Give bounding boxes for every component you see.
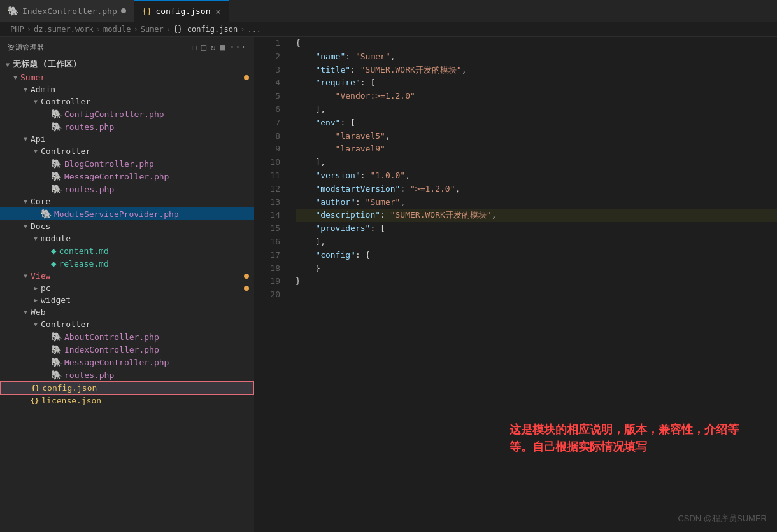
token: : (370, 223, 380, 233)
line-number-20: 20 (255, 288, 280, 302)
php-file-icon: 🐘 (51, 109, 62, 119)
line-number-15: 15 (255, 222, 280, 235)
sidebar-item-sumer[interactable]: ▼Sumer (0, 71, 254, 83)
line-number-2: 2 (255, 50, 280, 64)
line-number-11: 11 (255, 169, 280, 183)
tab-label: IndexController.php (22, 6, 117, 16)
token: , (462, 65, 467, 74)
sidebar-item-content-md[interactable]: ◆content.md (0, 244, 254, 257)
sidebar-item-pc[interactable]: ▶pc (0, 282, 254, 294)
refresh-icon[interactable]: ↻ (210, 42, 216, 52)
token: "SUMER.WORK开发的模块" (390, 210, 492, 220)
sidebar-item-controller-api[interactable]: ▼Controller (0, 145, 254, 157)
tab-close-button[interactable]: ✕ (215, 6, 220, 17)
php-file-icon: 🐘 (51, 332, 62, 342)
sidebar-item-admin[interactable]: ▼Admin (0, 83, 254, 95)
line-number-7: 7 (255, 116, 280, 130)
tree-item-label: Controller (41, 146, 90, 156)
token: "providers" (296, 223, 370, 233)
annotation-line1: 这是模块的相应说明，版本，兼容性，介绍等 (510, 423, 739, 436)
token: : (380, 210, 390, 220)
token: "author" (296, 197, 355, 207)
sidebar-item-configcontroller[interactable]: 🐘ConfigController.php (0, 108, 254, 120)
new-file-icon[interactable]: ◻ (191, 42, 197, 52)
tree-item-label: Sumer (20, 73, 45, 82)
sidebar-item-docs-module[interactable]: ▼module (0, 232, 254, 244)
new-folder-icon[interactable]: □ (201, 42, 206, 52)
tree-item-label: View (31, 271, 50, 281)
tree-item-label: Admin (31, 85, 55, 94)
tab-bar: 🐘 IndexController.php {} config.json ✕ (0, 0, 777, 22)
sidebar-item-api[interactable]: ▼Api (0, 133, 254, 145)
code-line-4: "require": [ (296, 76, 777, 90)
tree-item-label: module (41, 234, 71, 243)
watermark-text: CSDN @程序员SUMER (678, 514, 767, 523)
sidebar-item-release-md[interactable]: ◆release.md (0, 257, 254, 270)
json-file-icon: {} (31, 384, 39, 392)
token: "env" (296, 118, 340, 127)
annotation-overlay: 这是模块的相应说明，版本，兼容性，介绍等 等。自己根据实际情况填写 (510, 421, 739, 456)
sidebar-item-messagecontroller-web[interactable]: 🐘MessageController.php (0, 356, 254, 368)
php-file-icon: 🐘 (51, 158, 62, 169)
code-line-7: "env": [ (296, 116, 777, 130)
tab-config-json[interactable]: {} config.json ✕ (134, 0, 229, 22)
token: { (366, 250, 371, 260)
sidebar-item-messagecontroller[interactable]: 🐘MessageController.php (0, 170, 254, 183)
code-area[interactable]: { "name": "Sumer", "title": "SUMER.WORK开… (285, 37, 777, 532)
modified-dot (244, 274, 249, 279)
tab-label: config.json (155, 6, 210, 16)
sidebar-item-blogcontroller[interactable]: 🐘BlogController.php (0, 157, 254, 170)
code-line-1: { (296, 37, 777, 50)
sidebar-tree: ▼Sumer▼Admin▼Controller🐘ConfigController… (0, 71, 254, 532)
chevron-icon: ▼ (20, 86, 31, 93)
sidebar-item-controller-admin[interactable]: ▼Controller (0, 95, 254, 108)
sidebar-title: 资源管理器 (8, 43, 45, 52)
routes-file-icon: 🐘 (51, 122, 62, 132)
workspace-label[interactable]: ▼ 无标题 (工作区) (0, 57, 254, 71)
sidebar-item-web[interactable]: ▼Web (0, 306, 254, 318)
code-line-17: "config": { (296, 249, 777, 262)
sidebar-item-controller-web[interactable]: ▼Controller (0, 318, 254, 330)
code-line-18: } (296, 262, 777, 276)
sidebar-item-docs[interactable]: ▼Docs (0, 220, 254, 232)
chevron-icon: ▼ (20, 223, 31, 230)
sidebar-item-routes-admin[interactable]: 🐘routes.php (0, 120, 254, 133)
token: ] (296, 237, 320, 246)
sidebar-item-widget[interactable]: ▶widget (0, 294, 254, 306)
sidebar-item-view[interactable]: ▼View (0, 270, 254, 282)
token: "Vendor:>=1.2.0" (296, 91, 415, 101)
chevron-icon: ▼ (31, 321, 41, 328)
token: , (320, 104, 325, 114)
line-number-19: 19 (255, 275, 280, 288)
chevron-icon: ▼ (20, 198, 31, 205)
breadcrumb-module[interactable]: module (103, 25, 131, 34)
chevron-icon: ▼ (31, 148, 41, 155)
token: "laravel5" (296, 131, 385, 141)
tree-item-label: widget (41, 295, 71, 305)
breadcrumb-current[interactable]: {} config.json (173, 25, 238, 34)
token: { (296, 38, 301, 48)
tab-index-controller[interactable]: 🐘 IndexController.php (0, 0, 134, 22)
token: } (296, 276, 301, 286)
code-line-14: "description": "SUMER.WORK开发的模块", (296, 209, 777, 222)
collapse-icon[interactable]: ■ (220, 42, 225, 52)
sidebar-item-moduleserviceprovider[interactable]: 🐘ModuleServiceProvider.php (0, 207, 254, 220)
breadcrumb-host[interactable]: dz.sumer.work (34, 25, 94, 34)
md-file-icon: ◆ (51, 246, 56, 256)
sidebar-item-aboutcontroller[interactable]: 🐘AboutController.php (0, 330, 254, 343)
sidebar-item-config-json-file[interactable]: {}config.json (0, 381, 254, 395)
php-file-icon: 🐘 (51, 344, 62, 354)
sidebar-item-routes-web[interactable]: 🐘routes.php (0, 368, 254, 381)
sidebar-item-core[interactable]: ▼Core (0, 195, 254, 207)
sidebar-item-routes-api[interactable]: 🐘routes.php (0, 183, 254, 195)
more-actions-icon[interactable]: ··· (229, 42, 246, 52)
breadcrumb-php[interactable]: PHP (10, 25, 24, 34)
line-number-1: 1 (255, 37, 280, 50)
sidebar-item-license-json[interactable]: {}license.json (0, 395, 254, 407)
sidebar-item-indexcontroller[interactable]: 🐘IndexController.php (0, 343, 254, 356)
token: "version" (296, 171, 360, 180)
code-line-5: "Vendor:>=1.2.0" (296, 90, 777, 103)
token: "laravel9" (296, 144, 385, 153)
breadcrumb-sep4: › (166, 25, 171, 34)
breadcrumb-sumer[interactable]: Sumer (141, 25, 164, 34)
